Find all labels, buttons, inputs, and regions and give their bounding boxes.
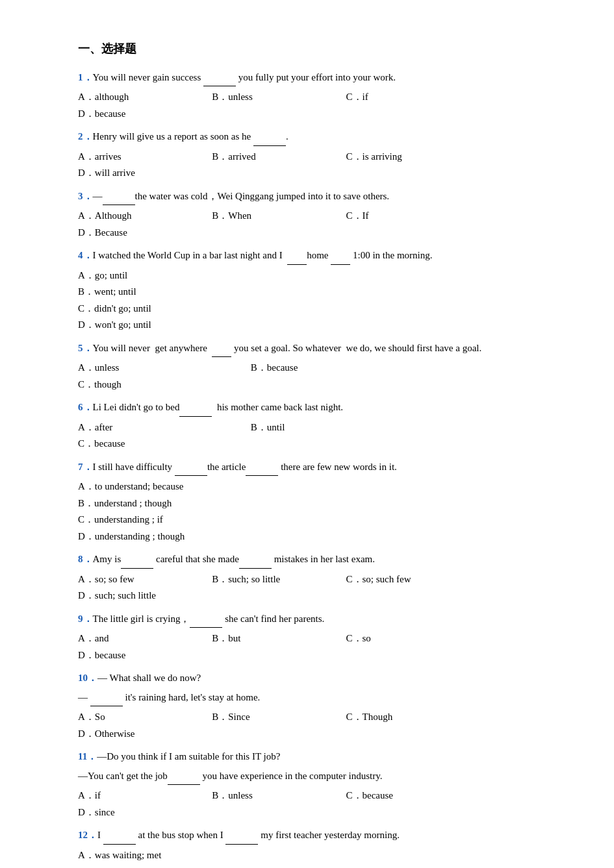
section-title: 一、选择题 bbox=[78, 39, 562, 59]
q6-optA: A．after bbox=[78, 419, 238, 436]
q4-optB: B．went; until bbox=[78, 284, 320, 301]
q8-optA: A．so; so few bbox=[78, 571, 199, 588]
q8-number: 8． bbox=[78, 554, 93, 564]
question-1: 1．You will never gain success you fully … bbox=[78, 69, 562, 123]
q10-dialog2: — it's raining hard, let's stay at home. bbox=[78, 692, 260, 702]
q10-number: 10． bbox=[78, 673, 97, 683]
q10-optB: B．Since bbox=[212, 709, 333, 726]
q7-optC: C．understanding ; if bbox=[78, 512, 320, 528]
q9-number: 9． bbox=[78, 614, 93, 624]
q8-text: Amy is careful that she made mistakes in… bbox=[93, 554, 376, 564]
q3-options: A．Although B．When C．If D．Because bbox=[78, 208, 562, 241]
q11-dialog1: —Do you think if I am suitable for this … bbox=[97, 751, 280, 762]
q10-optA: A．So bbox=[78, 709, 199, 726]
q11-optA: A．if bbox=[78, 787, 199, 804]
question-2: 2．Henry will give us a report as soon as… bbox=[78, 129, 562, 182]
q9-optB: B．but bbox=[212, 630, 333, 647]
q2-optB: B．arrived bbox=[212, 149, 333, 166]
question-7: 7．I still have difficulty the article th… bbox=[78, 459, 562, 545]
q3-number: 3． bbox=[78, 191, 93, 201]
q9-text: The little girl is crying， she can't fin… bbox=[93, 614, 325, 624]
q5-number: 5． bbox=[78, 343, 93, 353]
q1-optA: A．although bbox=[78, 89, 199, 106]
q9-optA: A．and bbox=[78, 630, 199, 647]
q2-optD: D．will arrive bbox=[78, 165, 199, 182]
q4-number: 4． bbox=[78, 250, 93, 260]
q3-optB: B．When bbox=[212, 208, 333, 225]
question-10: 10．— What shall we do now? — it's rainin… bbox=[78, 670, 562, 742]
q8-options: A．so; so few B．such; so little C．so; suc… bbox=[78, 571, 562, 604]
q5-optA: A．unless bbox=[78, 360, 238, 377]
q3-optD: D．Because bbox=[78, 225, 199, 242]
q1-options: A．although B．unless C．if D．because bbox=[78, 89, 562, 122]
q1-optC: C．if bbox=[346, 89, 467, 106]
q3-optA: A．Although bbox=[78, 208, 199, 225]
q3-text: — the water was cold，Wei Qinggang jumped… bbox=[93, 191, 390, 201]
question-5: 5．You will never get anywhere you set a … bbox=[78, 340, 562, 393]
q6-text: Li Lei didn't go to bed his mother came … bbox=[93, 402, 344, 412]
q2-optA: A．arrives bbox=[78, 149, 199, 166]
question-4: 4．I watched the World Cup in a bar last … bbox=[78, 247, 562, 334]
question-9: 9．The little girl is crying， she can't f… bbox=[78, 611, 562, 664]
q12-optB: B．waited; was meeting bbox=[78, 863, 320, 868]
q11-number: 11． bbox=[78, 751, 97, 762]
question-12: 12．I at the bus stop when I my first tea… bbox=[78, 827, 562, 868]
q8-optC: C．so; such few bbox=[346, 571, 467, 588]
q5-optC: C．though bbox=[78, 377, 238, 393]
q7-number: 7． bbox=[78, 462, 93, 472]
q10-options: A．So B．Since C．Though D．Otherwise bbox=[78, 709, 562, 742]
q2-options: A．arrives B．arrived C．is arriving D．will… bbox=[78, 149, 562, 182]
question-11: 11．—Do you think if I am suitable for th… bbox=[78, 749, 562, 821]
q9-optD: D．because bbox=[78, 647, 199, 664]
q4-optA: A．go; until bbox=[78, 267, 320, 284]
q7-optB: B．understand ; though bbox=[78, 495, 320, 512]
q4-options: A．go; until B．went; until C．didn't go; u… bbox=[78, 267, 562, 334]
q12-number: 12． bbox=[78, 830, 97, 840]
q9-options: A．and B．but C．so D．because bbox=[78, 630, 562, 663]
q6-optB: B．until bbox=[251, 419, 411, 436]
q10-optD: D．Otherwise bbox=[78, 726, 199, 743]
q4-text: I watched the World Cup in a bar last ni… bbox=[93, 250, 433, 260]
q7-optA: A．to understand; because bbox=[78, 478, 320, 495]
q2-text: Henry will give us a report as soon as h… bbox=[93, 131, 288, 142]
q10-optC: C．Though bbox=[346, 709, 467, 726]
q11-optB: B．unless bbox=[212, 787, 333, 804]
q7-text: I still have difficulty the article ther… bbox=[93, 462, 397, 472]
question-3: 3．— the water was cold，Wei Qinggang jump… bbox=[78, 188, 562, 242]
q6-number: 6． bbox=[78, 402, 93, 412]
q6-options: A．after B．until C．because bbox=[78, 419, 562, 453]
q11-optC: C．because bbox=[346, 787, 467, 804]
q7-optD: D．understanding ; though bbox=[78, 528, 320, 545]
q4-optD: D．won't go; until bbox=[78, 317, 320, 334]
q12-options: A．was waiting; met B．waited; was meeting… bbox=[78, 847, 562, 868]
q11-dialog2: —You can't get the job you have experien… bbox=[78, 771, 382, 781]
q12-optA: A．was waiting; met bbox=[78, 847, 320, 864]
q8-optD: D．such; such little bbox=[78, 588, 199, 604]
q3-optC: C．If bbox=[346, 208, 467, 225]
q2-optC: C．is arriving bbox=[346, 149, 467, 166]
q4-optC: C．didn't go; until bbox=[78, 301, 320, 317]
q1-optD: D．because bbox=[78, 106, 199, 123]
q1-number: 1． bbox=[78, 72, 93, 82]
q7-options: A．to understand; because B．understand ; … bbox=[78, 478, 562, 545]
question-6: 6．Li Lei didn't go to bed his mother cam… bbox=[78, 399, 562, 453]
q5-optB: B．because bbox=[251, 360, 411, 377]
q9-optC: C．so bbox=[346, 630, 467, 647]
q5-text: You will never get anywhere you set a go… bbox=[93, 343, 482, 353]
q2-number: 2． bbox=[78, 131, 93, 142]
q11-options: A．if B．unless C．because D．since bbox=[78, 787, 562, 821]
q6-optC: C．because bbox=[78, 436, 238, 453]
q12-text: I at the bus stop when I my first teache… bbox=[97, 830, 400, 840]
q5-options: A．unless B．because C．though bbox=[78, 360, 562, 393]
q10-dialog1: — What shall we do now? bbox=[97, 673, 201, 683]
q1-text: You will never gain success you fully pu… bbox=[93, 72, 396, 82]
q11-optD: D．since bbox=[78, 804, 199, 821]
question-8: 8．Amy is careful that she made mistakes … bbox=[78, 551, 562, 604]
q1-optB: B．unless bbox=[212, 89, 333, 106]
q8-optB: B．such; so little bbox=[212, 571, 333, 588]
